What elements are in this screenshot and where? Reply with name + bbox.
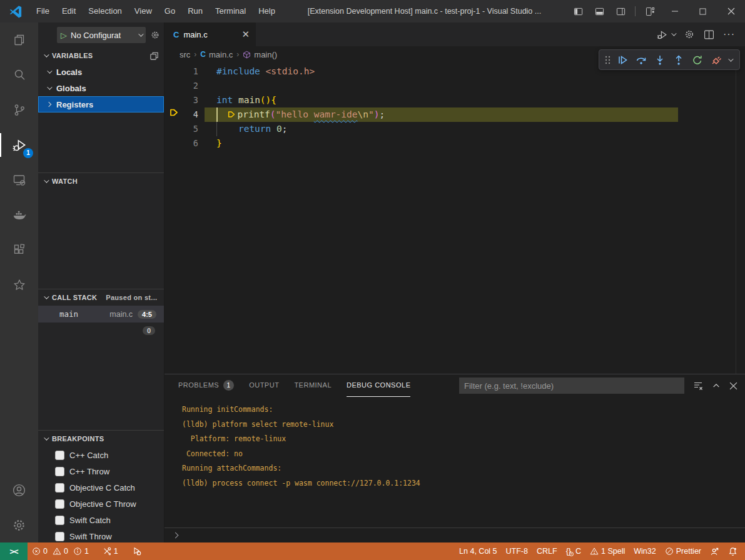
remote-explorer-icon[interactable] — [0, 162, 38, 198]
variables-scope-globals[interactable]: Globals — [38, 80, 164, 96]
breadcrumb-file[interactable]: C main.c — [200, 50, 233, 59]
run-and-debug-icon[interactable]: 1 — [0, 128, 38, 162]
ports-status[interactable]: 1 — [98, 542, 123, 560]
docker-icon[interactable] — [0, 198, 38, 232]
restart-button[interactable] — [689, 52, 706, 68]
start-debug-icon[interactable]: ▷ — [61, 31, 67, 40]
checkbox-unchecked-icon[interactable] — [55, 451, 64, 460]
panel-tab-debug-console[interactable]: DEBUG CONSOLE — [347, 374, 410, 397]
console-filter-input[interactable] — [459, 378, 684, 394]
debug-configure-gear-icon[interactable] — [150, 30, 160, 40]
breakpoint-gutter[interactable] — [165, 64, 183, 79]
breakpoint-gutter[interactable] — [165, 122, 183, 136]
breakpoint-swift-catch[interactable]: Swift Catch — [38, 512, 164, 528]
checkbox-unchecked-icon[interactable] — [55, 532, 64, 541]
breakpoint-gutter[interactable] — [165, 93, 183, 108]
close-tab-icon[interactable]: ✕ — [241, 29, 250, 40]
checkbox-unchecked-icon[interactable] — [55, 499, 64, 509]
menu-edit[interactable]: Edit — [56, 0, 82, 22]
breakpoint-c-catch[interactable]: C++ Catch — [38, 447, 164, 463]
breadcrumb-src[interactable]: src — [180, 50, 190, 59]
encoding-indicator[interactable]: UTF-8 — [502, 542, 532, 560]
breadcrumb-symbol[interactable]: main() — [243, 50, 277, 59]
language-mode[interactable]: {}× C — [562, 542, 585, 560]
step-into-button[interactable] — [652, 52, 668, 68]
menu-selection[interactable]: Selection — [82, 0, 128, 22]
step-out-button[interactable] — [671, 52, 687, 68]
continue-button[interactable] — [614, 52, 631, 68]
checkbox-unchecked-icon[interactable] — [55, 483, 64, 492]
variables-section-header[interactable]: VARIABLES — [38, 48, 164, 64]
remote-indicator[interactable]: >< — [0, 542, 28, 560]
platform-indicator[interactable]: Win32 — [629, 542, 660, 560]
breakpoint-objective-c-catch[interactable]: Objective C Catch — [38, 479, 164, 496]
panel-tab-problems[interactable]: PROBLEMS1 — [178, 374, 234, 397]
breakpoint-gutter[interactable] — [165, 136, 183, 151]
source-control-icon[interactable] — [0, 92, 38, 128]
feedback-person-icon[interactable] — [706, 542, 724, 560]
configure-gear-icon[interactable] — [684, 29, 695, 40]
problems-status[interactable]: 0 0 1 — [28, 542, 93, 560]
close-window-button[interactable] — [717, 0, 745, 22]
formatter-status[interactable]: Prettier — [661, 542, 706, 560]
clear-console-icon[interactable] — [693, 381, 703, 391]
menu-go[interactable]: Go — [158, 0, 181, 22]
close-panel-icon[interactable] — [729, 382, 737, 390]
call-stack-section-header[interactable]: CALL STACK Paused on st... — [38, 289, 164, 306]
step-over-button[interactable] — [633, 52, 649, 68]
debug-status-icon-item[interactable] — [128, 542, 146, 560]
favorites-star-icon[interactable] — [0, 268, 38, 302]
toolbar-drag-handle[interactable] — [603, 55, 612, 65]
breakpoint-swift-throw[interactable]: Swift Throw — [38, 528, 164, 542]
maximize-button[interactable] — [689, 0, 717, 22]
code-text[interactable]: } — [205, 136, 745, 151]
debug-console-input[interactable] — [165, 528, 745, 542]
breakpoint-objective-c-throw[interactable]: Objective C Throw — [38, 496, 164, 512]
watch-section-header[interactable]: WATCH — [38, 173, 164, 189]
toggle-secondary-sidebar-icon[interactable] — [610, 0, 631, 22]
more-actions-icon[interactable]: ··· — [723, 29, 735, 40]
collapse-all-icon[interactable] — [150, 51, 159, 61]
code-text[interactable]: printf("hello wamr-ide\n"); — [205, 108, 745, 122]
minimize-button[interactable] — [661, 0, 689, 22]
breakpoint-gutter[interactable] — [165, 79, 183, 93]
code-text[interactable] — [205, 79, 745, 93]
toggle-sidebar-icon[interactable] — [567, 0, 589, 22]
menu-terminal[interactable]: Terminal — [209, 0, 252, 22]
checkbox-unchecked-icon[interactable] — [55, 516, 64, 525]
menu-run[interactable]: Run — [181, 0, 209, 22]
tab-main-c[interactable]: C main.c ✕ — [165, 22, 256, 46]
panel-tab-output[interactable]: OUTPUT — [249, 374, 279, 397]
search-icon[interactable] — [0, 58, 38, 92]
panel-tab-terminal[interactable]: TERMINAL — [294, 374, 332, 397]
debug-toolbar-more-icon[interactable] — [728, 56, 733, 61]
checkbox-unchecked-icon[interactable] — [55, 467, 64, 476]
menu-view[interactable]: View — [128, 0, 158, 22]
extensions-icon[interactable] — [0, 232, 38, 268]
breakpoint-gutter[interactable] — [165, 108, 183, 122]
disconnect-button[interactable] — [708, 52, 724, 68]
code-editor[interactable]: 1#include <stdio.h>23int main(){4 printf… — [165, 62, 745, 374]
accounts-icon[interactable] — [0, 472, 38, 508]
maximize-panel-icon[interactable] — [712, 381, 721, 390]
toggle-panel-icon[interactable] — [589, 0, 610, 22]
breakpoint-c-throw[interactable]: C++ Throw — [38, 463, 164, 479]
stack-frame-row[interactable]: main main.c 4:5 — [38, 306, 164, 322]
code-text[interactable]: return 0; — [205, 122, 745, 136]
menu-file[interactable]: File — [30, 0, 56, 22]
spell-checker-status[interactable]: 1 Spell — [585, 542, 629, 560]
run-or-debug-icon[interactable] — [656, 29, 675, 41]
variables-scope-locals[interactable]: Locals — [38, 64, 164, 80]
customize-layout-icon[interactable] — [639, 0, 661, 22]
notifications-bell-icon[interactable] — [724, 542, 745, 560]
debug-config-dropdown[interactable]: ▷ No Configurat — [57, 27, 146, 43]
eol-indicator[interactable]: CRLF — [532, 542, 562, 560]
split-editor-icon[interactable] — [704, 29, 714, 40]
variables-scope-registers[interactable]: Registers — [38, 96, 164, 112]
explorer-icon[interactable] — [0, 22, 38, 58]
settings-gear-icon[interactable] — [0, 508, 38, 542]
menu-help[interactable]: Help — [252, 0, 281, 22]
breakpoints-section-header[interactable]: BREAKPOINTS — [38, 431, 164, 447]
code-text[interactable]: int main(){ — [205, 93, 745, 108]
cursor-position[interactable]: Ln 4, Col 5 — [455, 542, 501, 560]
